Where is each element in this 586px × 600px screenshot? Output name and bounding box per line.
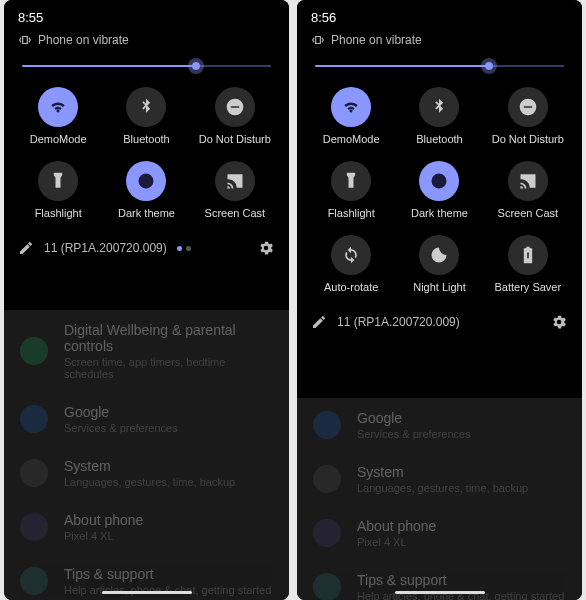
qs-tile-flashlight[interactable]: Flashlight <box>14 161 102 219</box>
settings-item[interactable]: SystemLanguages, gestures, time, backup <box>297 452 582 506</box>
qs-tile-bluetooth[interactable]: Bluetooth <box>102 87 190 145</box>
qs-tile-label: Screen Cast <box>498 207 559 219</box>
flashlight-icon[interactable] <box>38 161 78 201</box>
settings-item-subtitle: Pixel 4 XL <box>64 530 143 542</box>
wifi-icon[interactable] <box>38 87 78 127</box>
vibrate-label: Phone on vibrate <box>331 33 422 47</box>
battery-icon[interactable] <box>508 235 548 275</box>
cast-icon[interactable] <box>215 161 255 201</box>
qs-tile-flashlight[interactable]: Flashlight <box>307 161 395 219</box>
darktheme-icon[interactable] <box>126 161 166 201</box>
settings-item-title: System <box>357 464 528 480</box>
brightness-thumb[interactable] <box>188 58 204 74</box>
dnd-icon[interactable] <box>215 87 255 127</box>
rotate-icon[interactable] <box>331 235 371 275</box>
qs-tile-label: Dark theme <box>411 207 468 219</box>
vibrate-icon <box>311 33 325 47</box>
quick-settings-panel: 8:56 Phone on vibrate DemoModeBluetoothD… <box>297 0 582 343</box>
clock: 8:55 <box>18 10 43 25</box>
vibrate-status-row: Phone on vibrate <box>297 29 582 55</box>
page-dot[interactable] <box>177 246 182 251</box>
nav-bar[interactable] <box>102 591 192 594</box>
settings-item-icon <box>313 411 341 439</box>
brightness-thumb[interactable] <box>481 58 497 74</box>
settings-item-subtitle: Languages, gestures, time, backup <box>64 476 235 488</box>
settings-background-right: GoogleServices & preferencesSystemLangua… <box>297 398 582 600</box>
darktheme-icon[interactable] <box>419 161 459 201</box>
settings-item-icon <box>313 465 341 493</box>
settings-item-subtitle: Languages, gestures, time, backup <box>357 482 528 494</box>
settings-item-title: About phone <box>357 518 436 534</box>
qs-tile-label: Flashlight <box>328 207 375 219</box>
qs-tile-label: Do Not Disturb <box>492 133 564 145</box>
qs-tile-bluetooth[interactable]: Bluetooth <box>395 87 483 145</box>
qs-tile-screen-cast[interactable]: Screen Cast <box>484 161 572 219</box>
nightlight-icon[interactable] <box>419 235 459 275</box>
qs-tile-label: DemoMode <box>30 133 87 145</box>
qs-tile-do-not-disturb[interactable]: Do Not Disturb <box>484 87 572 145</box>
edit-icon[interactable] <box>311 314 327 330</box>
settings-item-subtitle: Services & preferences <box>64 422 178 434</box>
dnd-icon[interactable] <box>508 87 548 127</box>
quick-settings-panel: 8:55 Phone on vibrate DemoModeBluetoothD… <box>4 0 289 269</box>
settings-item-icon <box>20 337 48 365</box>
settings-item-subtitle: Screen time, app timers, bedtime schedul… <box>64 356 273 380</box>
qs-tile-label: Bluetooth <box>416 133 462 145</box>
settings-item[interactable]: Digital Wellbeing & parental controlsScr… <box>4 310 289 392</box>
qs-tile-label: Auto-rotate <box>324 281 378 293</box>
edit-icon[interactable] <box>18 240 34 256</box>
settings-item-title: Google <box>357 410 471 426</box>
qs-tile-label: Battery Saver <box>495 281 562 293</box>
settings-item-icon <box>20 405 48 433</box>
brightness-slider[interactable] <box>297 55 582 81</box>
qs-tile-auto-rotate[interactable]: Auto-rotate <box>307 235 395 293</box>
qs-tile-demomode[interactable]: DemoMode <box>307 87 395 145</box>
cast-icon[interactable] <box>508 161 548 201</box>
settings-item[interactable]: Tips & supportHelp articles, phone & cha… <box>297 560 582 600</box>
build-label: 11 (RP1A.200720.009) <box>44 241 167 255</box>
qs-tile-label: Screen Cast <box>205 207 266 219</box>
flashlight-icon[interactable] <box>331 161 371 201</box>
settings-item[interactable]: About phonePixel 4 XL <box>297 506 582 560</box>
page-dot[interactable] <box>186 246 191 251</box>
settings-item[interactable]: GoogleServices & preferences <box>297 398 582 452</box>
qs-tile-label: Flashlight <box>35 207 82 219</box>
qs-tiles-grid: DemoModeBluetoothDo Not DisturbFlashligh… <box>297 81 582 303</box>
brightness-slider[interactable] <box>4 55 289 81</box>
phone-right: GoogleServices & preferencesSystemLangua… <box>297 0 582 600</box>
settings-item[interactable]: GoogleServices & preferences <box>4 392 289 446</box>
qs-tile-do-not-disturb[interactable]: Do Not Disturb <box>191 87 279 145</box>
vibrate-icon <box>18 33 32 47</box>
qs-tile-label: Do Not Disturb <box>199 133 271 145</box>
settings-item-icon <box>313 519 341 547</box>
qs-tile-battery-saver[interactable]: Battery Saver <box>484 235 572 293</box>
settings-item-subtitle: Pixel 4 XL <box>357 536 436 548</box>
wifi-icon[interactable] <box>331 87 371 127</box>
qs-footer: 11 (RP1A.200720.009) <box>4 229 289 269</box>
settings-item-title: About phone <box>64 512 143 528</box>
qs-tile-dark-theme[interactable]: Dark theme <box>102 161 190 219</box>
bluetooth-icon[interactable] <box>126 87 166 127</box>
settings-item-title: System <box>64 458 235 474</box>
settings-item-title: Tips & support <box>357 572 564 588</box>
settings-background-left: Digital Wellbeing & parental controlsScr… <box>4 310 289 600</box>
qs-tile-screen-cast[interactable]: Screen Cast <box>191 161 279 219</box>
page-dots[interactable] <box>177 246 191 251</box>
qs-tile-label: DemoMode <box>323 133 380 145</box>
gear-icon[interactable] <box>257 239 275 257</box>
settings-item[interactable]: SystemLanguages, gestures, time, backup <box>4 446 289 500</box>
qs-tile-label: Dark theme <box>118 207 175 219</box>
qs-tile-label: Night Light <box>413 281 466 293</box>
gear-icon[interactable] <box>550 313 568 331</box>
qs-tile-dark-theme[interactable]: Dark theme <box>395 161 483 219</box>
settings-item-icon <box>313 573 341 600</box>
status-bar: 8:56 <box>297 0 582 29</box>
settings-item[interactable]: About phonePixel 4 XL <box>4 500 289 554</box>
qs-tile-night-light[interactable]: Night Light <box>395 235 483 293</box>
bluetooth-icon[interactable] <box>419 87 459 127</box>
clock: 8:56 <box>311 10 336 25</box>
nav-bar[interactable] <box>395 591 485 594</box>
qs-tiles-grid: DemoModeBluetoothDo Not DisturbFlashligh… <box>4 81 289 229</box>
qs-tile-label: Bluetooth <box>123 133 169 145</box>
qs-tile-demomode[interactable]: DemoMode <box>14 87 102 145</box>
